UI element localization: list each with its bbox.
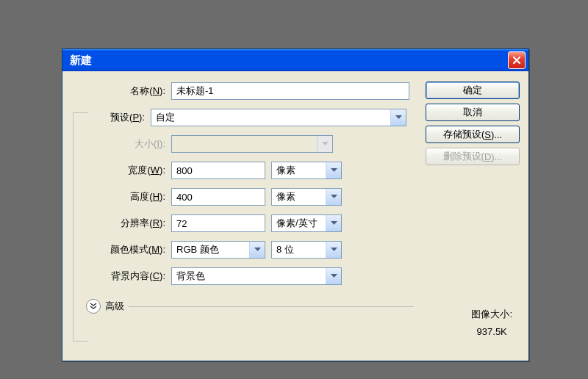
form-column: 名称(N): 预设(P): 自定 大小(I):: [71, 82, 414, 314]
height-unit-select[interactable]: 像素: [271, 188, 342, 206]
preset-label: 预设(P):: [71, 111, 151, 124]
advanced-label: 高级: [105, 300, 124, 313]
preset-value: 自定: [156, 111, 175, 124]
chevron-down-icon: [317, 136, 332, 152]
resolution-unit-value: 像素/英寸: [276, 217, 318, 230]
close-icon: [512, 56, 521, 65]
resolution-unit-select[interactable]: 像素/英寸: [271, 214, 342, 232]
dialog-title: 新建: [70, 54, 92, 68]
name-row: 名称(N):: [71, 82, 414, 101]
cancel-button[interactable]: 取消: [426, 104, 520, 121]
bit-depth-select[interactable]: 8 位: [271, 241, 342, 259]
size-label: 大小(I):: [71, 137, 171, 151]
height-input[interactable]: [171, 188, 265, 206]
chevron-down-icon: [326, 189, 341, 205]
size-select: [171, 135, 333, 153]
color-mode-value: RGB 颜色: [176, 243, 219, 256]
background-value: 背景色: [176, 270, 205, 283]
advanced-toggle-row: 高级: [86, 299, 414, 314]
image-size-label: 图像大小:: [471, 306, 512, 324]
height-label: 高度(H):: [71, 190, 171, 203]
height-row: 高度(H): 像素: [71, 187, 414, 206]
save-preset-button[interactable]: 存储预设(S)...: [426, 126, 520, 143]
color-mode-row: 颜色模式(M): RGB 颜色 8 位: [71, 240, 414, 259]
resolution-row: 分辨率(R): 像素/英寸: [71, 214, 414, 233]
chevron-down-icon: [326, 242, 341, 258]
chevron-down-icon: [326, 162, 341, 178]
width-label: 宽度(W):: [71, 164, 171, 177]
color-mode-label: 颜色模式(M):: [71, 243, 171, 256]
size-row: 大小(I):: [71, 134, 414, 154]
chevron-down-icon: [249, 242, 265, 258]
bit-depth-value: 8 位: [276, 243, 294, 256]
width-unit-value: 像素: [276, 164, 295, 177]
width-input[interactable]: [171, 162, 265, 179]
name-input[interactable]: [171, 82, 409, 100]
image-size-value: 937.5K: [471, 323, 512, 342]
resolution-input[interactable]: [171, 214, 265, 232]
advanced-divider: [129, 306, 414, 307]
chevron-down-icon: [390, 109, 406, 126]
name-label: 名称(N):: [71, 84, 171, 98]
height-unit-value: 像素: [276, 190, 295, 203]
chevron-down-icon: [326, 215, 341, 231]
dialog-body: 名称(N): 预设(P): 自定 大小(I):: [62, 71, 528, 361]
image-size-readout: 图像大小: 937.5K: [471, 306, 512, 342]
chevron-down-icon: [326, 268, 341, 284]
width-unit-select[interactable]: 像素: [271, 162, 342, 179]
background-label: 背景内容(C):: [71, 270, 171, 283]
preset-select[interactable]: 自定: [151, 109, 406, 126]
background-select[interactable]: 背景色: [171, 267, 342, 285]
preset-row: 预设(P): 自定: [71, 108, 414, 127]
button-column: 确定 取消 存储预设(S)... 删除预设(D)...: [426, 82, 520, 165]
width-row: 宽度(W): 像素: [71, 161, 414, 180]
delete-preset-button: 删除预设(D)...: [426, 148, 520, 165]
new-document-dialog: 新建 名称(N): 预设(P): 自定 大小(I):: [62, 48, 529, 361]
color-mode-select[interactable]: RGB 颜色: [171, 241, 265, 259]
titlebar[interactable]: 新建: [62, 49, 528, 71]
advanced-expand-button[interactable]: [86, 299, 101, 314]
close-button[interactable]: [508, 51, 526, 69]
double-chevron-down-icon: [90, 303, 97, 310]
background-row: 背景内容(C): 背景色: [71, 267, 414, 286]
ok-button[interactable]: 确定: [426, 82, 520, 99]
resolution-label: 分辨率(R):: [71, 217, 171, 230]
